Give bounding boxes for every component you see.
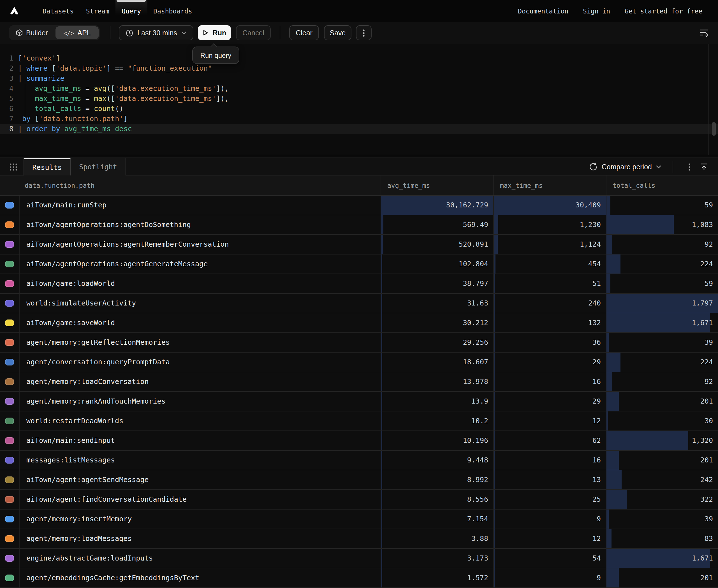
- function-path-cell[interactable]: world:simulateUserActivity: [19, 294, 381, 313]
- avg-time-cell[interactable]: 3.88: [381, 529, 493, 548]
- max-time-cell[interactable]: 30,409: [493, 196, 606, 215]
- max-time-cell[interactable]: 29: [493, 353, 606, 372]
- avg-time-cell[interactable]: 30,162.729: [381, 196, 493, 215]
- max-time-cell[interactable]: 16: [493, 372, 606, 391]
- cancel-button[interactable]: Cancel: [236, 25, 271, 40]
- column-header-avg[interactable]: avg_time_ms: [381, 175, 493, 195]
- axiom-logo[interactable]: [9, 6, 20, 16]
- column-header-path[interactable]: data.function.path: [0, 175, 381, 195]
- collapse-panel-button[interactable]: [697, 160, 711, 174]
- apl-mode-button[interactable]: </> APL: [56, 26, 99, 39]
- avg-time-cell[interactable]: 102.804: [381, 254, 493, 274]
- total-calls-cell[interactable]: 224: [606, 254, 718, 274]
- table-row[interactable]: agent/memory:getReflectionMemories29.256…: [0, 333, 718, 353]
- run-button[interactable]: Run: [198, 25, 231, 40]
- function-path-cell[interactable]: agent/conversation:queryPromptData: [19, 353, 381, 372]
- avg-time-cell[interactable]: 1.572: [381, 568, 493, 587]
- table-row[interactable]: aiTown/agent:agentSendMessage8.99213242: [0, 470, 718, 490]
- tab-results[interactable]: Results: [24, 158, 71, 175]
- clear-button[interactable]: Clear: [289, 25, 319, 40]
- code-line[interactable]: 4 avg_time_ms = avg(['data.execution_tim…: [0, 84, 718, 93]
- nav-item-datasets[interactable]: Datasets: [37, 0, 80, 22]
- total-calls-cell[interactable]: 30: [606, 412, 718, 430]
- avg-time-cell[interactable]: 9.448: [381, 451, 493, 470]
- table-row[interactable]: aiTown/agent:findConversationCandidate8.…: [0, 490, 718, 509]
- max-time-cell[interactable]: 1,230: [493, 215, 606, 234]
- table-row[interactable]: aiTown/agentOperations:agentDoSomething5…: [0, 215, 718, 235]
- drag-handle[interactable]: [9, 163, 18, 171]
- nav-link-get-started[interactable]: Get started for free: [625, 7, 702, 15]
- avg-time-cell[interactable]: 18.607: [381, 353, 493, 372]
- nav-item-dashboards[interactable]: Dashboards: [147, 0, 198, 22]
- max-time-cell[interactable]: 62: [493, 431, 606, 450]
- function-path-cell[interactable]: aiTown/main:runStep: [19, 196, 381, 215]
- max-time-cell[interactable]: 240: [493, 294, 606, 313]
- code-line[interactable]: 5 max_time_ms = max(['data.execution_tim…: [0, 93, 718, 104]
- table-row[interactable]: agent/conversation:queryPromptData18.607…: [0, 353, 718, 372]
- function-path-cell[interactable]: aiTown/agent:findConversationCandidate: [19, 490, 381, 509]
- avg-time-cell[interactable]: 29.256: [381, 333, 493, 352]
- max-time-cell[interactable]: 12: [493, 529, 606, 548]
- avg-time-cell[interactable]: 38.797: [381, 274, 493, 293]
- total-calls-cell[interactable]: 39: [606, 509, 718, 529]
- max-time-cell[interactable]: 54: [493, 549, 606, 568]
- table-row[interactable]: agent/memory:rankAndTouchMemories13.9292…: [0, 392, 718, 412]
- nav-item-stream[interactable]: Stream: [80, 0, 115, 22]
- nav-link-sign-in[interactable]: Sign in: [583, 7, 610, 15]
- more-options-button[interactable]: [356, 25, 372, 40]
- function-path-cell[interactable]: aiTown/agentOperations:agentRememberConv…: [19, 235, 381, 254]
- nav-item-query[interactable]: Query: [115, 0, 147, 22]
- code-line[interactable]: 8| order by avg_time_ms desc: [0, 124, 718, 134]
- function-path-cell[interactable]: agent/memory:rankAndTouchMemories: [19, 392, 381, 411]
- time-range-button[interactable]: Last 30 mins: [119, 25, 193, 40]
- max-time-cell[interactable]: 9: [493, 509, 606, 529]
- avg-time-cell[interactable]: 13.9: [381, 392, 493, 411]
- max-time-cell[interactable]: 12: [493, 412, 606, 430]
- table-row[interactable]: agent/memory:insertMemory7.154939: [0, 509, 718, 529]
- code-line[interactable]: 2| where ['data.topic'] == "function_exe…: [0, 63, 718, 74]
- max-time-cell[interactable]: 13: [493, 470, 606, 489]
- code-line[interactable]: 3| summarize: [0, 74, 718, 84]
- avg-time-cell[interactable]: 7.154: [381, 509, 493, 529]
- avg-time-cell[interactable]: 10.2: [381, 412, 493, 430]
- code-editor[interactable]: 1['convex']2| where ['data.topic'] == "f…: [0, 44, 718, 155]
- table-row[interactable]: engine/abstractGame:loadInputs3.173541,6…: [0, 549, 718, 568]
- table-row[interactable]: aiTown/main:sendInput10.196621,320: [0, 431, 718, 451]
- table-row[interactable]: agent/embeddingsCache:getEmbeddingsByTex…: [0, 568, 718, 588]
- table-row[interactable]: agent/memory:loadMessages3.881283: [0, 529, 718, 549]
- avg-time-cell[interactable]: 31.63: [381, 294, 493, 313]
- function-path-cell[interactable]: world:restartDeadWorlds: [19, 412, 381, 430]
- max-time-cell[interactable]: 9: [493, 568, 606, 587]
- editor-scrollbar-thumb[interactable]: [712, 122, 716, 135]
- max-time-cell[interactable]: 36: [493, 333, 606, 352]
- function-path-cell[interactable]: agent/memory:getReflectionMemories: [19, 333, 381, 352]
- avg-time-cell[interactable]: 520.891: [381, 235, 493, 254]
- total-calls-cell[interactable]: 201: [606, 568, 718, 587]
- total-calls-cell[interactable]: 201: [606, 392, 718, 411]
- save-button[interactable]: Save: [324, 25, 352, 40]
- max-time-cell[interactable]: 132: [493, 313, 606, 332]
- total-calls-cell[interactable]: 1,671: [606, 313, 718, 332]
- function-path-cell[interactable]: aiTown/main:sendInput: [19, 431, 381, 450]
- max-time-cell[interactable]: 51: [493, 274, 606, 293]
- function-path-cell[interactable]: aiTown/game:loadWorld: [19, 274, 381, 293]
- avg-time-cell[interactable]: 10.196: [381, 431, 493, 450]
- tab-spotlight[interactable]: Spotlight: [71, 158, 126, 175]
- avg-time-cell[interactable]: 30.212: [381, 313, 493, 332]
- code-line[interactable]: 7 by ['data.function.path']: [0, 114, 718, 124]
- max-time-cell[interactable]: 454: [493, 254, 606, 274]
- function-path-cell[interactable]: aiTown/agentOperations:agentGenerateMess…: [19, 254, 381, 274]
- avg-time-cell[interactable]: 8.556: [381, 490, 493, 509]
- max-time-cell[interactable]: 16: [493, 451, 606, 470]
- table-row[interactable]: aiTown/main:runStep30,162.72930,40959: [0, 196, 718, 215]
- total-calls-cell[interactable]: 1,671: [606, 549, 718, 568]
- total-calls-cell[interactable]: 242: [606, 470, 718, 489]
- avg-time-cell[interactable]: 13.978: [381, 372, 493, 391]
- function-path-cell[interactable]: aiTown/agent:agentSendMessage: [19, 470, 381, 489]
- function-path-cell[interactable]: agent/memory:loadConversation: [19, 372, 381, 391]
- total-calls-cell[interactable]: 59: [606, 196, 718, 215]
- total-calls-cell[interactable]: 92: [606, 372, 718, 391]
- word-wrap-toggle[interactable]: [699, 28, 709, 37]
- function-path-cell[interactable]: messages:listMessages: [19, 451, 381, 470]
- column-header-total[interactable]: total_calls: [606, 175, 718, 195]
